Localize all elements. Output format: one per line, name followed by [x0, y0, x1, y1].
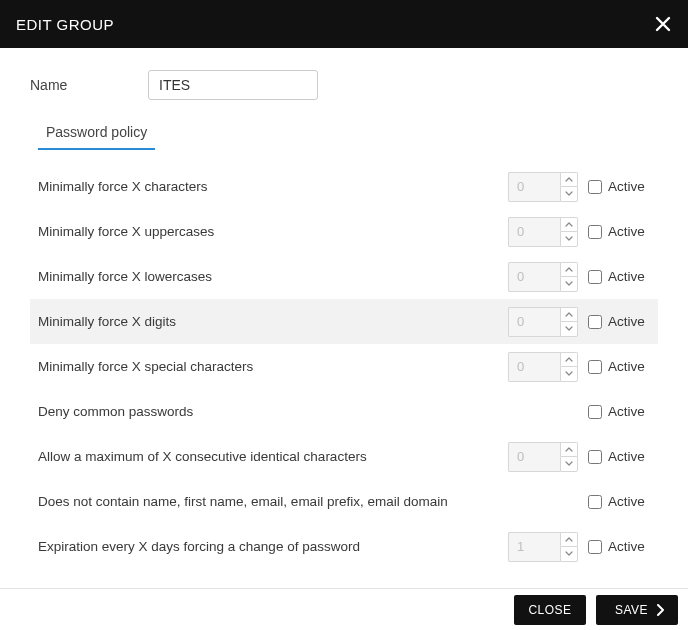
active-label: Active — [608, 314, 650, 329]
policy-label: Deny common passwords — [38, 404, 508, 419]
active-label: Active — [608, 359, 650, 374]
policy-row: Does not contain name, first name, email… — [30, 479, 658, 524]
chevron-down-icon[interactable] — [560, 186, 578, 202]
policy-row: Minimally force X uppercasesActive — [30, 209, 658, 254]
active-label: Active — [608, 449, 650, 464]
stepper-input[interactable] — [508, 532, 560, 562]
active-label: Active — [608, 539, 650, 554]
policy-row: Minimally force X digitsActive — [30, 299, 658, 344]
policy-label: Minimally force X digits — [38, 314, 508, 329]
dialog-header: EDIT GROUP — [0, 0, 688, 48]
policy-row: Deny common passwordsActive — [30, 389, 658, 434]
quantity-stepper[interactable] — [508, 532, 578, 562]
policy-row: Expiration every X days forcing a change… — [30, 524, 658, 569]
chevron-down-icon[interactable] — [560, 231, 578, 247]
stepper-input[interactable] — [508, 172, 560, 202]
active-label: Active — [608, 179, 650, 194]
quantity-stepper[interactable] — [508, 262, 578, 292]
policy-row: Minimally force X charactersActive — [30, 164, 658, 209]
name-input[interactable] — [148, 70, 318, 100]
policy-label: Does not contain name, first name, email… — [38, 494, 508, 509]
active-checkbox[interactable] — [588, 270, 602, 284]
dialog-title: EDIT GROUP — [16, 16, 114, 33]
close-icon[interactable] — [654, 15, 672, 33]
stepper-input[interactable] — [508, 217, 560, 247]
name-row: Name — [30, 70, 658, 100]
chevron-up-icon[interactable] — [560, 172, 578, 187]
policy-label: Minimally force X lowercases — [38, 269, 508, 284]
chevron-down-icon[interactable] — [560, 456, 578, 472]
chevron-right-icon — [656, 604, 665, 616]
policy-label: Minimally force X uppercases — [38, 224, 508, 239]
active-checkbox[interactable] — [588, 225, 602, 239]
chevron-down-icon[interactable] — [560, 366, 578, 382]
active-label: Active — [608, 269, 650, 284]
save-button[interactable]: SAVE — [596, 595, 678, 625]
active-label: Active — [608, 494, 650, 509]
policies-list[interactable]: Minimally force X charactersActiveMinima… — [30, 164, 658, 582]
policy-label: Minimally force X characters — [38, 179, 508, 194]
chevron-up-icon[interactable] — [560, 442, 578, 457]
stepper-input[interactable] — [508, 352, 560, 382]
dialog-footer: CLOSE SAVE — [0, 588, 688, 630]
chevron-down-icon[interactable] — [560, 276, 578, 292]
active-checkbox[interactable] — [588, 540, 602, 554]
active-checkbox[interactable] — [588, 495, 602, 509]
active-checkbox[interactable] — [588, 315, 602, 329]
policy-label: Expiration every X days forcing a change… — [38, 539, 508, 554]
policy-row: Minimally force X special charactersActi… — [30, 344, 658, 389]
active-label: Active — [608, 404, 650, 419]
stepper-input[interactable] — [508, 442, 560, 472]
dialog-body: Name Password policy Minimally force X c… — [0, 48, 688, 588]
active-checkbox[interactable] — [588, 180, 602, 194]
save-button-label: SAVE — [615, 603, 648, 617]
active-checkbox[interactable] — [588, 360, 602, 374]
policy-row: Minimally force X lowercasesActive — [30, 254, 658, 299]
chevron-down-icon[interactable] — [560, 321, 578, 337]
policy-label: Allow a maximum of X consecutive identic… — [38, 449, 508, 464]
close-button[interactable]: CLOSE — [514, 595, 586, 625]
active-checkbox[interactable] — [588, 450, 602, 464]
policy-row: Do not allow using the previous password… — [30, 569, 658, 582]
policy-label: Minimally force X special characters — [38, 359, 508, 374]
tabs: Password policy — [30, 118, 658, 150]
chevron-up-icon[interactable] — [560, 352, 578, 367]
quantity-stepper[interactable] — [508, 442, 578, 472]
active-label: Active — [608, 224, 650, 239]
quantity-stepper[interactable] — [508, 352, 578, 382]
chevron-up-icon[interactable] — [560, 217, 578, 232]
quantity-stepper[interactable] — [508, 307, 578, 337]
active-checkbox[interactable] — [588, 405, 602, 419]
quantity-stepper[interactable] — [508, 172, 578, 202]
chevron-down-icon[interactable] — [560, 546, 578, 562]
stepper-input[interactable] — [508, 262, 560, 292]
quantity-stepper[interactable] — [508, 217, 578, 247]
policy-row: Allow a maximum of X consecutive identic… — [30, 434, 658, 479]
stepper-input[interactable] — [508, 307, 560, 337]
chevron-up-icon[interactable] — [560, 307, 578, 322]
chevron-up-icon[interactable] — [560, 532, 578, 547]
name-label: Name — [30, 77, 148, 93]
chevron-up-icon[interactable] — [560, 262, 578, 277]
tab-password-policy[interactable]: Password policy — [38, 118, 155, 150]
